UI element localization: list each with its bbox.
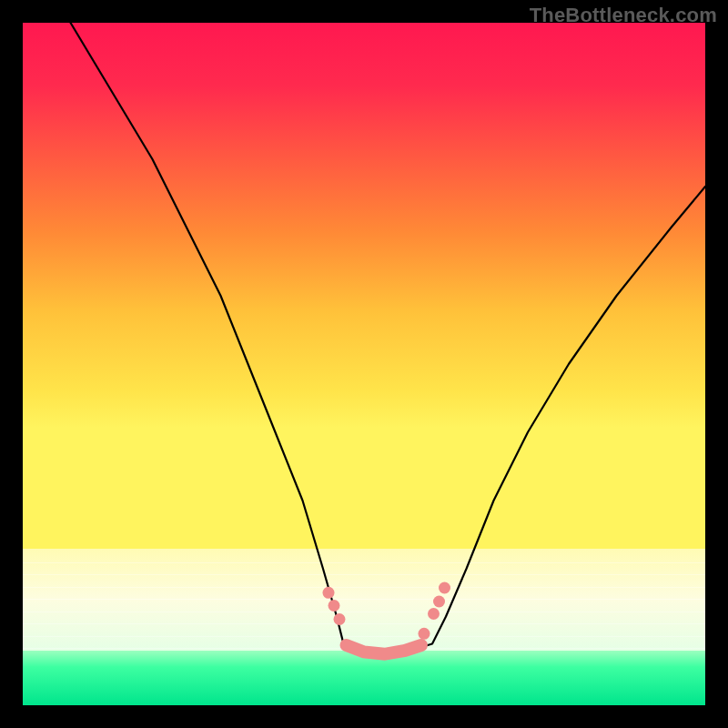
highlight-dot <box>433 596 445 608</box>
plot-area <box>23 23 705 705</box>
highlight-dot <box>428 608 440 620</box>
highlight-dot <box>323 587 335 599</box>
highlight-dot <box>419 628 430 640</box>
curve-overlay <box>23 23 705 705</box>
valley-highlight <box>347 645 422 654</box>
highlight-dot <box>329 600 340 612</box>
highlight-dot <box>334 613 346 625</box>
image-frame: TheBottleneck.com <box>0 0 728 728</box>
watermark-text: TheBottleneck.com <box>530 4 717 27</box>
bottleneck-curve <box>71 23 706 654</box>
highlight-dot <box>439 582 450 594</box>
